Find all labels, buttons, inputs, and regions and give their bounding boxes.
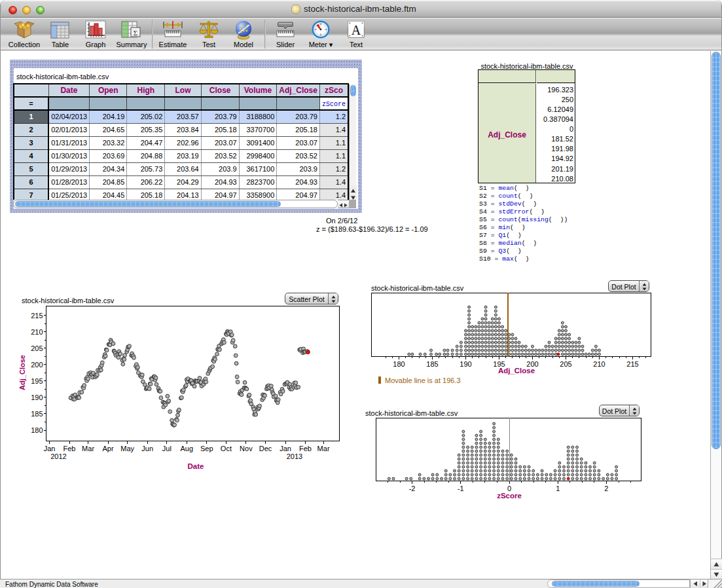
svg-text:190: 190: [460, 360, 471, 368]
svg-text:Feb: Feb: [63, 445, 76, 452]
svg-text:Nov: Nov: [240, 445, 253, 452]
svg-text:Mar: Mar: [82, 445, 94, 452]
svg-text:1: 1: [556, 485, 560, 492]
svg-text:205: 205: [560, 360, 571, 368]
svg-text:A: A: [352, 23, 361, 37]
svg-text:2013: 2013: [287, 452, 302, 460]
svg-text:0: 0: [507, 485, 511, 492]
svg-text:Jan: Jan: [280, 445, 291, 452]
svg-text:180: 180: [393, 360, 405, 368]
svg-text:195: 195: [31, 377, 43, 385]
svg-text:Aug: Aug: [181, 445, 194, 452]
svg-text:Jul: Jul: [162, 445, 171, 452]
svg-text:Mar: Mar: [317, 445, 330, 452]
svg-text:Σ: Σ: [134, 29, 137, 37]
svg-text:205: 205: [31, 344, 43, 352]
svg-text:2012: 2012: [50, 452, 66, 460]
svg-text:-2: -2: [409, 485, 416, 492]
svg-text:215: 215: [626, 360, 638, 368]
svg-text:Oct: Oct: [221, 445, 232, 452]
svg-text:180: 180: [31, 426, 43, 434]
svg-text:zScore: zScore: [497, 492, 522, 500]
svg-text:2: 2: [604, 485, 608, 492]
svg-text:-1: -1: [458, 485, 464, 492]
svg-text:May: May: [120, 445, 134, 452]
svg-text:210: 210: [31, 328, 43, 336]
svg-text:Adj_Close: Adj_Close: [18, 355, 26, 390]
svg-text:190: 190: [31, 394, 43, 401]
svg-text:Apr: Apr: [103, 445, 114, 452]
svg-text:185: 185: [31, 410, 43, 418]
svg-text:Adj_Close: Adj_Close: [498, 367, 535, 375]
svg-text:185: 185: [426, 360, 438, 368]
svg-text:Jan: Jan: [44, 445, 56, 452]
svg-text:Sep: Sep: [200, 445, 213, 452]
svg-text:Feb: Feb: [299, 445, 312, 452]
svg-text:Date: Date: [188, 462, 204, 470]
svg-text:200: 200: [31, 361, 43, 369]
svg-text:210: 210: [593, 360, 605, 368]
svg-text:Dec: Dec: [259, 445, 272, 452]
svg-text:215: 215: [31, 312, 43, 320]
svg-text:Jun: Jun: [141, 445, 153, 452]
